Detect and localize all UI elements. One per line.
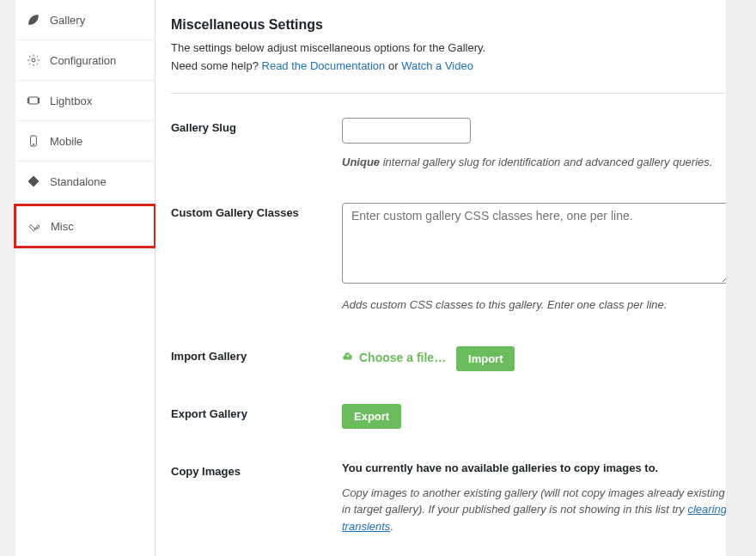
field-export-gallery: Export Gallery Export: [171, 397, 730, 455]
svg-rect-3: [38, 98, 39, 102]
help-text: Adds custom CSS classes to this gallery.…: [342, 296, 730, 314]
mobile-icon: [26, 133, 41, 149]
svg-point-0: [32, 58, 35, 62]
intro-or: or: [385, 59, 401, 72]
gear-icon: [26, 52, 41, 68]
sidebar-item-mobile[interactable]: Mobile: [15, 121, 155, 162]
help-part: .: [390, 520, 393, 533]
field-label: Import Gallery: [171, 346, 342, 363]
field-gallery-slug: Gallery Slug Unique internal gallery slu…: [171, 111, 730, 197]
sidebar-label: Gallery: [50, 14, 85, 27]
sidebar-item-gallery[interactable]: Gallery: [15, 0, 155, 40]
read-documentation-link[interactable]: Read the Documentation: [262, 59, 386, 72]
help-text: Unique internal gallery slug for identif…: [342, 154, 730, 171]
settings-content: Miscellaneous Settings The settings belo…: [155, 0, 756, 556]
field-label: Copy Images: [171, 461, 342, 478]
diamond-icon: [26, 174, 41, 189]
sidebar-label: Configuration: [50, 54, 116, 67]
help-rest: internal gallery slug for identification…: [380, 156, 712, 168]
field-label: Custom Gallery Classes: [171, 203, 342, 219]
sidebar-item-misc-highlight: Misc: [14, 204, 156, 248]
help-strong: Unique: [342, 156, 380, 168]
help-text: Copy images to another existing gallery …: [342, 485, 730, 535]
sidebar-item-configuration[interactable]: Configuration: [15, 40, 155, 81]
sidebar-label: Lightbox: [50, 95, 92, 107]
watch-video-link[interactable]: Watch a Video: [401, 59, 473, 72]
gallery-slug-input[interactable]: [342, 118, 471, 144]
intro-text: The settings below adjust miscellaneous …: [171, 40, 730, 76]
field-custom-classes: Custom Gallery Classes Adds custom CSS c…: [171, 196, 730, 339]
wrench-icon: [27, 218, 42, 234]
intro-help-prefix: Need some help?: [171, 59, 262, 72]
field-label: Export Gallery: [171, 404, 342, 420]
choose-file-button[interactable]: Choose a file…: [342, 351, 446, 365]
page-title: Miscellaneous Settings: [171, 17, 730, 33]
custom-classes-textarea[interactable]: [342, 203, 730, 284]
sidebar-label: Mobile: [50, 135, 82, 148]
choose-file-label: Choose a file…: [359, 351, 446, 364]
copy-images-message: You currently have no available gallerie…: [342, 461, 730, 474]
field-copy-images: Copy Images You currently have no availa…: [171, 455, 730, 556]
lightbox-icon: [26, 93, 41, 108]
divider: [171, 93, 730, 94]
help-part: Copy images to another existing gallery …: [342, 486, 725, 516]
cloud-upload-icon: [342, 351, 354, 365]
sidebar-label: Standalone: [50, 175, 107, 188]
svg-rect-2: [27, 98, 28, 102]
sidebar-label: Misc: [51, 220, 74, 233]
field-import-gallery: Import Gallery Choose a file… Import: [171, 339, 730, 397]
sidebar-item-misc[interactable]: Misc: [16, 206, 154, 246]
export-button[interactable]: Export: [342, 404, 401, 429]
intro-line: The settings below adjust miscellaneous …: [171, 41, 485, 54]
svg-rect-1: [29, 97, 39, 104]
sidebar-item-lightbox[interactable]: Lightbox: [15, 81, 155, 121]
svg-point-5: [33, 144, 34, 144]
field-label: Gallery Slug: [171, 118, 342, 134]
import-button[interactable]: Import: [456, 346, 515, 371]
sidebar-item-standalone[interactable]: Standalone: [15, 162, 155, 202]
leaf-icon: [26, 12, 41, 27]
settings-sidebar: Gallery Configuration Lightbox Mobile St…: [15, 0, 155, 556]
